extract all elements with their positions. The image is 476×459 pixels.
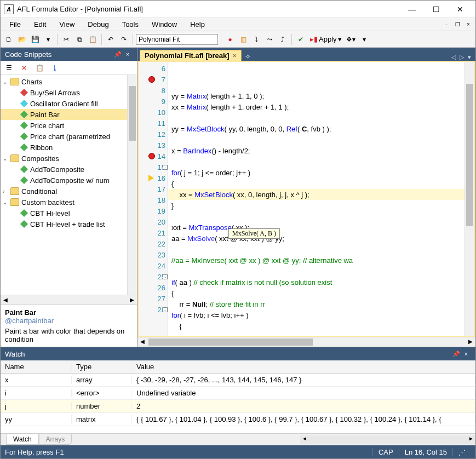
- new-tab-icon[interactable]: ✧: [242, 53, 254, 61]
- formula-name-input[interactable]: [136, 34, 218, 45]
- maximize-button[interactable]: ☐: [424, 2, 448, 17]
- code-line[interactable]: yy = Matrix( length + 1, 1, 0 );: [168, 90, 464, 101]
- code-line[interactable]: [168, 112, 464, 123]
- mdi-close-icon[interactable]: ×: [463, 20, 473, 29]
- gutter-line[interactable]: 22: [139, 238, 168, 249]
- indicator-icon[interactable]: ❖▾: [345, 33, 357, 45]
- apply-button[interactable]: ▸▮ Apply ▾: [308, 33, 344, 45]
- redo-icon[interactable]: ↷: [118, 33, 130, 45]
- gutter-line[interactable]: 11: [139, 118, 168, 129]
- gutter-line[interactable]: 13: [139, 140, 168, 151]
- menu-file[interactable]: File: [3, 19, 27, 30]
- code-line[interactable]: [168, 244, 464, 255]
- open-file-icon[interactable]: 📂: [16, 33, 28, 45]
- code-line[interactable]: xx = Matrix( length + 1, order + 1, 1 );: [168, 101, 464, 112]
- gutter-line[interactable]: 21: [139, 227, 168, 238]
- code-line[interactable]: for( j = 1; j <= order; j++ ): [168, 167, 464, 178]
- editor-vscroll[interactable]: [464, 62, 474, 336]
- new-file-icon[interactable]: 🗋: [3, 33, 15, 45]
- menu-view[interactable]: View: [53, 19, 81, 30]
- line-gutter[interactable]: 67891011121314-15161718192021222324-2526…: [139, 62, 168, 336]
- tree-folder[interactable]: ⌄Composites: [1, 153, 137, 164]
- menu-tools[interactable]: Tools: [116, 19, 145, 30]
- paste-icon[interactable]: 📋: [87, 33, 99, 45]
- code-line[interactable]: aa = MxSolve( xxt @ xx, xxt ) @ yy;: [168, 233, 464, 244]
- tree-item[interactable]: Oscillator Gradient fill: [1, 98, 137, 109]
- gutter-line[interactable]: 26: [139, 282, 168, 293]
- record-icon[interactable]: ●: [224, 33, 236, 45]
- code-line[interactable]: xxt = MxTranspose( xx );: [168, 222, 464, 233]
- watch-grid[interactable]: NameTypeValuexarray{ -30, -29, -28, -27,…: [1, 360, 475, 433]
- tree-scrollbar[interactable]: [127, 75, 137, 295]
- code-line[interactable]: {: [168, 288, 464, 299]
- gutter-line[interactable]: -28: [139, 304, 168, 315]
- snip-delete-icon[interactable]: ✕: [18, 62, 30, 74]
- gutter-line[interactable]: 8: [139, 85, 168, 96]
- mdi-restore-icon[interactable]: ❐: [452, 20, 462, 29]
- more-icon[interactable]: ▾: [358, 33, 370, 45]
- code-line[interactable]: [168, 134, 464, 145]
- watch-tab-arrays[interactable]: Arrays: [39, 434, 72, 445]
- code-line[interactable]: yy = MxSetBlock( yy, 0, length, 0, 0, Re…: [168, 123, 464, 134]
- tree-item[interactable]: Price chart: [1, 120, 137, 131]
- gutter-line[interactable]: 14: [139, 151, 168, 162]
- tree-item[interactable]: Paint Bar: [1, 109, 137, 120]
- undo-icon[interactable]: ↶: [105, 33, 117, 45]
- gutter-line[interactable]: 6: [139, 63, 168, 74]
- debug-go-icon[interactable]: ▥: [237, 33, 249, 45]
- tab-close-icon[interactable]: ×: [233, 51, 237, 60]
- watch-close-icon[interactable]: ×: [461, 349, 471, 359]
- code-line[interactable]: [168, 211, 464, 222]
- watch-row[interactable]: yymatrix{ { 101.67 }, { 101.04 }, { 100.…: [1, 413, 475, 426]
- pin-icon[interactable]: 📌: [113, 49, 123, 59]
- gutter-line[interactable]: -15: [139, 162, 168, 173]
- snippets-tree[interactable]: ⌄ChartsBuy/Sell ArrowsOscillator Gradien…: [1, 75, 137, 295]
- menu-window[interactable]: Window: [145, 19, 183, 30]
- menu-debug[interactable]: Debug: [81, 19, 115, 30]
- code-line[interactable]: //aa = MxInverse( xxt @ xx ) @ xxt @ yy;…: [168, 255, 464, 266]
- code-line[interactable]: [168, 156, 464, 167]
- code-line[interactable]: for( i = fvb; i <= lvb; i++ ): [168, 309, 464, 320]
- panel-close-icon[interactable]: ×: [123, 49, 133, 59]
- code-line[interactable]: {: [168, 178, 464, 189]
- code-line[interactable]: if( aa ) // check if matrix is not null …: [168, 277, 464, 288]
- code-line[interactable]: xx = MxSetBlock( xx, 0, length, j, j, x …: [168, 189, 464, 200]
- tree-item[interactable]: CBT Hi-level + trade list: [1, 219, 137, 230]
- gutter-line[interactable]: 20: [139, 216, 168, 227]
- snip-collapse-icon[interactable]: ☰: [3, 62, 15, 74]
- tree-hscroll[interactable]: ◄►: [1, 295, 137, 305]
- tree-item[interactable]: Ribbon: [1, 142, 137, 153]
- gutter-line[interactable]: -25: [139, 271, 168, 282]
- menu-help[interactable]: Help: [183, 19, 211, 30]
- tree-item[interactable]: Price chart (parametrized: [1, 131, 137, 142]
- document-tab[interactable]: Polynomial Fit.afl [break] ×: [140, 50, 242, 61]
- snip-clipboard-icon[interactable]: 📋: [33, 62, 45, 74]
- watch-hscroll[interactable]: ◄►: [300, 435, 475, 444]
- resize-grip-icon[interactable]: ⋰: [452, 448, 471, 456]
- tree-item[interactable]: AddToComposite: [1, 164, 137, 175]
- code-line[interactable]: x = BarIndex() - length/2;: [168, 145, 464, 156]
- minimize-button[interactable]: —: [400, 2, 424, 17]
- tree-folder[interactable]: ⌄Custom backtest: [1, 197, 137, 208]
- tree-item[interactable]: AddToComposite w/ num: [1, 175, 137, 186]
- tree-folder[interactable]: ›Conditional: [1, 186, 137, 197]
- code-line[interactable]: [168, 266, 464, 277]
- code-line[interactable]: [168, 79, 464, 90]
- gutter-line[interactable]: 7: [139, 74, 168, 85]
- save-as-icon[interactable]: ▾: [42, 33, 54, 45]
- tree-item[interactable]: Buy/Sell Arrows: [1, 87, 137, 98]
- tree-folder[interactable]: ⌄Charts: [1, 76, 137, 87]
- tab-nav-icons[interactable]: ◁ ▷ ▾: [448, 54, 475, 61]
- gutter-line[interactable]: 16: [139, 173, 168, 183]
- code-line[interactable]: rr = Null; // store the fit in rr: [168, 299, 464, 309]
- code-line[interactable]: {: [168, 320, 464, 331]
- watch-pin-icon[interactable]: 📌: [451, 349, 461, 359]
- mdi-minimize-icon[interactable]: -: [441, 20, 451, 29]
- code-editor[interactable]: yy = Matrix( length + 1, 1, 0 );xx = Mat…: [168, 62, 464, 336]
- menu-edit[interactable]: Edit: [27, 19, 53, 30]
- step-out-icon[interactable]: ⤴: [277, 33, 289, 45]
- tree-item[interactable]: CBT Hi-level: [1, 208, 137, 219]
- gutter-line[interactable]: 10: [139, 107, 168, 118]
- watch-row[interactable]: xarray{ -30, -29, -28, -27, -26, ..., 14…: [1, 374, 475, 387]
- editor-hscroll[interactable]: ◄►: [137, 337, 475, 347]
